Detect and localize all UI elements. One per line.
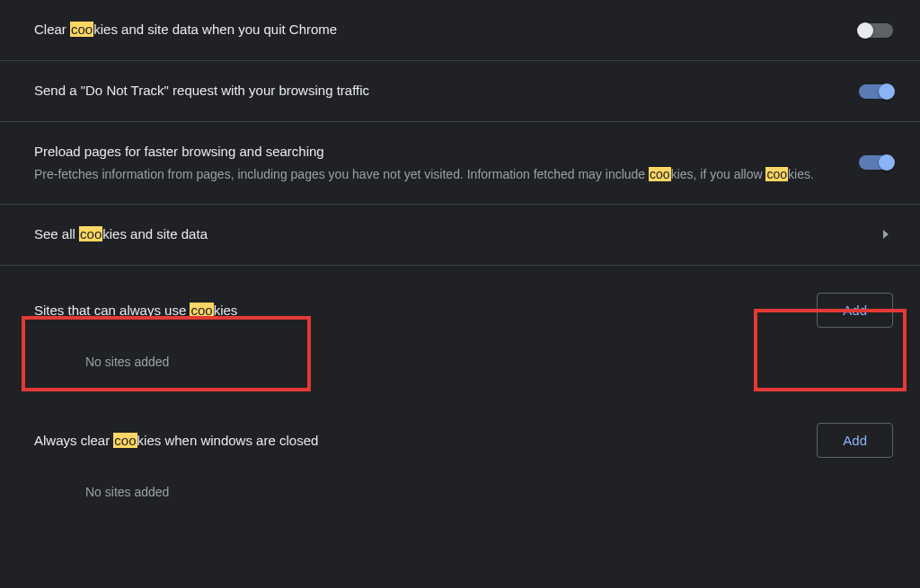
always-clear-cookies-header: Always clear cookies when windows are cl… <box>0 396 920 467</box>
sites-always-use-cookies-title: Sites that can always use cookies <box>34 303 237 318</box>
sites-always-use-cookies-header: Sites that can always use cookies Add <box>0 266 920 337</box>
do-not-track-label: Send a "Do Not Track" request with your … <box>34 81 859 101</box>
toggle-knob <box>879 154 895 171</box>
add-always-clear-button[interactable]: Add <box>817 423 893 458</box>
toggle-knob <box>857 22 873 39</box>
always-clear-cookies-title: Always clear cookies when windows are cl… <box>34 433 318 448</box>
see-all-cookies-label: See all cookies and site data <box>34 224 883 245</box>
preload-pages-row[interactable]: Preload pages for faster browsing and se… <box>0 122 920 205</box>
toggle-knob <box>879 83 895 100</box>
clear-cookies-toggle[interactable] <box>859 23 893 38</box>
always-clear-empty-message: No sites added <box>0 467 920 526</box>
preload-pages-toggle[interactable] <box>859 155 893 170</box>
clear-cookies-on-quit-row[interactable]: Clear cookies and site data when you qui… <box>0 0 920 61</box>
do-not-track-row[interactable]: Send a "Do Not Track" request with your … <box>0 61 920 122</box>
preload-pages-subtitle: Pre-fetches information from pages, incl… <box>34 164 823 184</box>
add-always-use-button[interactable]: Add <box>817 293 893 328</box>
preload-pages-title: Preload pages for faster browsing and se… <box>34 142 823 162</box>
do-not-track-toggle[interactable] <box>859 84 893 99</box>
see-all-cookies-row[interactable]: See all cookies and site data <box>0 205 920 266</box>
always-use-empty-message: No sites added <box>0 337 920 396</box>
chevron-right-icon <box>883 230 889 239</box>
clear-cookies-on-quit-label: Clear cookies and site data when you qui… <box>34 20 859 40</box>
